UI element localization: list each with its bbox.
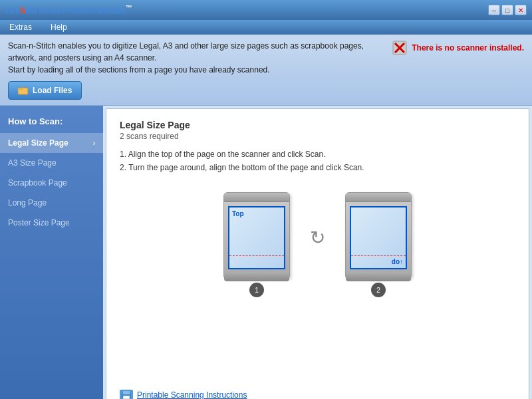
scanner-device-2: do↑ <box>345 192 412 279</box>
svg-rect-6 <box>123 391 130 394</box>
sidebar-item-legal-label: Legal Size Page <box>8 138 68 148</box>
scan-number-2: 2 <box>371 283 386 297</box>
scan-top-label: Top <box>232 210 244 217</box>
sidebar-item-poster-label: Poster Size Page <box>8 218 70 227</box>
menu-help[interactable]: Help <box>47 21 71 33</box>
title-bar: ArcSoft Scan-n-Stitch Deluxe™ – □ ✕ <box>0 0 532 20</box>
desc-line3: Start by loading all of the sections fro… <box>8 65 270 74</box>
minimize-button[interactable]: – <box>488 5 500 15</box>
scan-number-1: 1 <box>249 283 264 297</box>
scanner-glass-2: do↑ <box>350 206 407 269</box>
sidebar-item-poster[interactable]: Poster Size Page <box>0 213 103 233</box>
load-files-label: Load Files <box>33 86 72 95</box>
toolbar: Scan-n-Stitch enables you to digitize Le… <box>0 35 532 106</box>
svg-rect-4 <box>18 88 23 90</box>
desc-line1: Scan-n-Stitch enables you to digitize Le… <box>8 41 364 51</box>
content-title: Legal Size Page <box>120 120 515 130</box>
printable-instructions-label: Printable Scanning Instructions <box>137 390 247 399</box>
folder-icon <box>18 86 29 95</box>
content-panel: Legal Size Page 2 scans required 1. Alig… <box>106 108 529 399</box>
scanner-2-wrapper: do↑ 2 <box>345 192 412 297</box>
sidebar-item-legal[interactable]: Legal Size Page › <box>0 133 103 153</box>
window-controls: – □ ✕ <box>488 5 527 15</box>
printer-icon <box>120 390 133 399</box>
scanner-status-text: There is no scanner installed. <box>412 43 524 53</box>
desc-line2: artwork, and posters using an A4 scanner… <box>8 53 156 63</box>
sidebar: How to Scan: Legal Size Page › A3 Size P… <box>0 106 103 399</box>
printable-instructions-link[interactable]: Printable Scanning Instructions <box>120 390 247 399</box>
scanner-bottom-1 <box>224 273 289 281</box>
close-button[interactable]: ✕ <box>515 5 527 15</box>
rotate-arrow-icon: ↻ <box>310 227 325 249</box>
sidebar-item-a3[interactable]: A3 Size Page <box>0 153 103 173</box>
instruction-1: 1. Align the top of the page on the scan… <box>120 148 515 161</box>
sidebar-item-scrapbook[interactable]: Scrapbook Page <box>0 173 103 193</box>
scan-dashed-2 <box>351 255 406 256</box>
sidebar-item-long-label: Long Page <box>8 198 47 207</box>
main-content: How to Scan: Legal Size Page › A3 Size P… <box>0 106 532 399</box>
scanner-status: There is no scanner installed. <box>392 40 524 56</box>
load-files-button[interactable]: Load Files <box>8 81 82 100</box>
scanner-error-icon <box>392 40 408 56</box>
menu-bar: Extras Help <box>0 20 532 35</box>
sidebar-heading: How to Scan: <box>0 114 103 133</box>
scanner-1-wrapper: Top 1 <box>223 192 290 297</box>
instructions: 1. Align the top of the page on the scan… <box>120 148 515 175</box>
maximize-button[interactable]: □ <box>501 5 513 15</box>
scanner-glass-1: Top <box>228 206 285 269</box>
app-logo-area: ArcSoft Scan-n-Stitch Deluxe™ <box>5 4 488 15</box>
instruction-2: 2. Turn the page around, align the botto… <box>120 161 515 174</box>
scanner-top-2 <box>346 193 411 202</box>
sidebar-item-long[interactable]: Long Page <box>0 193 103 213</box>
sidebar-item-a3-label: A3 Size Page <box>8 158 57 168</box>
scanner-top-1 <box>224 193 289 202</box>
menu-extras[interactable]: Extras <box>5 21 36 33</box>
scan-dashed-1 <box>229 255 284 256</box>
description-text: Scan-n-Stitch enables you to digitize Le… <box>8 40 364 76</box>
sidebar-item-scrapbook-label: Scrapbook Page <box>8 178 67 188</box>
scanner-illustrations: Top 1 ↻ do↑ 2 <box>120 186 515 304</box>
app-title: ArcSoft Scan-n-Stitch Deluxe™ <box>5 4 132 15</box>
scanner-device-1: Top <box>223 192 290 279</box>
scanner-bottom-2 <box>346 273 411 281</box>
svg-rect-7 <box>123 396 130 399</box>
scan-bottom-label: do↑ <box>392 258 403 265</box>
description-area: Scan-n-Stitch enables you to digitize Le… <box>8 40 524 76</box>
content-subtitle: 2 scans required <box>120 132 515 141</box>
chevron-right-icon: › <box>93 140 95 147</box>
